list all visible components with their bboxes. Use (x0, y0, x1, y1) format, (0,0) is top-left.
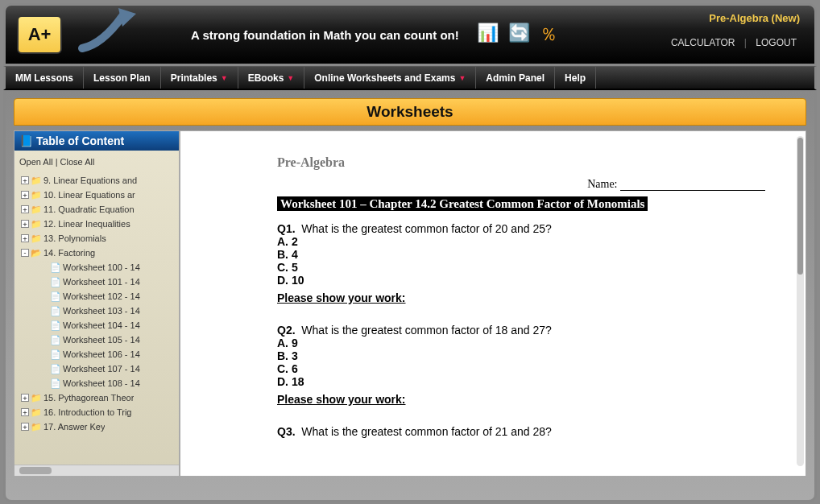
tree-label: 16. Introduction to Trig (43, 407, 131, 417)
tree-item[interactable]: +10. Linear Equations ar (18, 188, 179, 202)
tree-label: Worksheet 103 - 14 (63, 306, 140, 316)
chevron-down-icon: ▼ (221, 74, 228, 82)
expand-icon[interactable]: + (21, 423, 29, 431)
sidebar: 📘 Table of Content Open All | Close All … (14, 131, 180, 476)
toc-tree: +9. Linear Equations and+10. Linear Equa… (14, 173, 179, 465)
tree-item[interactable]: +9. Linear Equations and (18, 173, 179, 188)
tree-item[interactable]: Worksheet 106 - 14 (18, 347, 179, 361)
book-icon: 📘 (19, 134, 33, 147)
document-icon (50, 306, 61, 316)
open-all-link[interactable]: Open All (19, 157, 53, 167)
tree-item[interactable]: +11. Quadratic Equation (18, 202, 179, 217)
q2-opt-b: B. 3 (277, 349, 765, 362)
horizontal-scrollbar[interactable] (14, 465, 179, 476)
tree-label: 14. Factoring (43, 248, 95, 258)
document-icon (50, 378, 61, 389)
tree-item[interactable]: Worksheet 108 - 14 (18, 376, 179, 390)
expand-icon[interactable]: + (21, 408, 29, 416)
q2-opt-c: C. 6 (277, 362, 765, 375)
subject-label: Pre-Algebra (277, 155, 765, 170)
tree-item[interactable]: Worksheet 105 - 14 (18, 333, 179, 347)
tree-item[interactable]: Worksheet 101 - 14 (18, 275, 179, 289)
chevron-down-icon: ▼ (287, 74, 294, 82)
tree-label: 17. Answer Key (43, 422, 105, 432)
expand-icon[interactable]: + (21, 220, 29, 228)
folder-icon (31, 233, 42, 244)
percent-icon[interactable]: ％ (540, 23, 557, 47)
arrow-icon (78, 4, 143, 52)
nav-online-ws[interactable]: Online Worksheets and Exams▼ (304, 67, 476, 89)
page-title: Worksheets (14, 98, 806, 126)
collapse-icon[interactable]: - (21, 249, 29, 257)
header-icons: 📊 🔄 ％ (477, 23, 557, 47)
tree-item[interactable]: +17. Answer Key (18, 419, 179, 434)
name-field: Name: (277, 178, 765, 191)
tree-label: Worksheet 107 - 14 (63, 364, 140, 374)
bars-icon[interactable]: 📊 (477, 23, 499, 47)
tagline: A strong foundation in Math you can coun… (191, 28, 459, 42)
chevron-down-icon: ▼ (458, 74, 466, 82)
tree-label: 15. Pythagorean Theor (43, 393, 134, 403)
folder-icon (31, 190, 42, 200)
q2-opt-d: D. 18 (277, 375, 765, 388)
tree-label: Worksheet 101 - 14 (63, 277, 140, 287)
document-icon (50, 364, 61, 374)
expand-icon[interactable]: + (21, 394, 29, 402)
tree-item[interactable]: +15. Pythagorean Theor (18, 390, 179, 405)
nav-admin[interactable]: Admin Panel (476, 67, 555, 89)
tree-item[interactable]: -14. Factoring (18, 246, 179, 260)
toc-header: 📘 Table of Content (14, 131, 179, 151)
document-icon (50, 349, 61, 360)
close-all-link[interactable]: Close All (60, 157, 95, 167)
calculator-link[interactable]: CALCULATOR (668, 37, 739, 48)
tree-label: Worksheet 108 - 14 (63, 378, 140, 388)
tree-item[interactable]: +13. Polynomials (18, 231, 179, 246)
document-icon (50, 291, 61, 302)
nav-help[interactable]: Help (555, 67, 596, 89)
folder-icon (31, 393, 42, 403)
content-body: 📘 Table of Content Open All | Close All … (14, 130, 806, 477)
expand-icon[interactable]: + (21, 191, 29, 199)
expand-icon[interactable]: + (21, 205, 29, 213)
vertical-scrollbar[interactable] (797, 136, 804, 466)
main-nav: MM Lessons Lesson Plan Printables▼ EBook… (3, 66, 817, 90)
folder-icon (31, 176, 42, 186)
document-icon (50, 277, 61, 287)
nav-printables[interactable]: Printables▼ (161, 67, 238, 89)
nav-lesson-plan[interactable]: Lesson Plan (84, 67, 161, 89)
folder-icon (31, 248, 42, 258)
course-label: Pre-Algebra (New) (668, 12, 800, 24)
refresh-icon[interactable]: 🔄 (508, 23, 530, 47)
tree-item[interactable]: Worksheet 103 - 14 (18, 304, 179, 318)
folder-icon (31, 422, 42, 432)
app-header: A+ A strong foundation in Math you can c… (3, 3, 817, 66)
worksheet-view: Pre-Algebra Name: Worksheet 101 – Chapte… (180, 131, 806, 476)
expand-icon[interactable]: + (21, 234, 29, 242)
tree-label: 13. Polynomials (43, 233, 106, 243)
logout-link[interactable]: LOGOUT (752, 37, 800, 48)
tree-label: 10. Linear Equations ar (43, 190, 135, 200)
tree-item[interactable]: Worksheet 102 - 14 (18, 289, 179, 304)
tree-label: 9. Linear Equations and (43, 176, 137, 185)
expand-icon[interactable]: + (21, 176, 29, 184)
tree-item[interactable]: Worksheet 107 - 14 (18, 361, 179, 376)
scroll-thumb[interactable] (19, 467, 52, 474)
show-work-2: Please show your work: (277, 393, 765, 406)
nav-ebooks[interactable]: EBooks▼ (238, 67, 305, 89)
scroll-thumb[interactable] (797, 138, 803, 275)
tree-item[interactable]: +12. Linear Inequalities (18, 217, 179, 231)
q1-opt-a: A. 2 (277, 235, 765, 248)
divider: | (741, 37, 750, 48)
header-right: Pre-Algebra (New) CALCULATOR | LOGOUT (668, 12, 800, 48)
tree-label: Worksheet 104 - 14 (63, 320, 140, 330)
q1-opt-c: C. 5 (277, 261, 765, 274)
q2-opt-a: A. 9 (277, 337, 765, 349)
document-icon (50, 320, 61, 331)
tree-item[interactable]: Worksheet 104 - 14 (18, 318, 179, 333)
nav-mm-lessons[interactable]: MM Lessons (6, 67, 84, 89)
tree-label: Worksheet 102 - 14 (63, 291, 140, 301)
document-icon (50, 262, 61, 273)
q1-opt-b: B. 4 (277, 248, 765, 261)
tree-item[interactable]: Worksheet 100 - 14 (18, 260, 179, 275)
tree-item[interactable]: +16. Introduction to Trig (18, 405, 179, 419)
